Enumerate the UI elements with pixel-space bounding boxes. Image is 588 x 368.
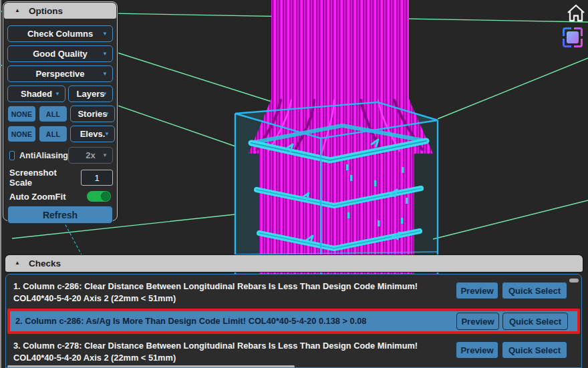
check-message-line2: COL40*40-5-4-20 Axis 2 (22mm < 51mm) (13, 352, 446, 364)
chevron-down-icon: ▼ (102, 31, 108, 37)
antialiasing-label: AntiAliasing (19, 151, 68, 160)
check-message-line1: 3. Column c-278: Clear Distance Between … (13, 340, 446, 352)
preview-button[interactable]: Preview (456, 282, 498, 299)
stories-value: Stories (78, 109, 107, 119)
elevs-none-button[interactable]: NONE (7, 126, 36, 142)
checks-panel-header[interactable]: ▲ Checks (5, 255, 583, 272)
horizontal-scrollbar-thumb[interactable] (7, 365, 295, 367)
check-message-line2: COL40*40-5-4-20 Axis 2 (22mm < 51mm) (13, 293, 446, 305)
shading-dropdown[interactable]: Shaded ▼ (7, 85, 65, 102)
screenshot-scale-input[interactable] (81, 170, 113, 186)
quick-select-button[interactable]: Quick Select (502, 282, 567, 299)
chevron-down-icon: ▼ (104, 111, 110, 117)
chevron-down-icon: ▼ (102, 91, 108, 97)
layers-value: Layers (77, 89, 105, 99)
layers-dropdown[interactable]: Layers ▼ (68, 85, 113, 102)
toggle-knob (101, 192, 110, 201)
checks-panel-title: Checks (29, 258, 61, 268)
zoom-extents-icon[interactable] (563, 27, 583, 47)
check-message-line1: 1. Column c-286: Clear Distance Between … (13, 281, 446, 293)
options-panel-title: Options (29, 6, 63, 16)
window-edge (0, 0, 1, 368)
chevron-down-icon: ▼ (102, 71, 108, 77)
chevron-down-icon: ▼ (104, 131, 110, 137)
antialiasing-level-dropdown[interactable]: 2x ▼ (68, 147, 113, 164)
antialiasing-checkbox[interactable] (9, 151, 15, 160)
quick-select-button[interactable]: Quick Select (502, 313, 568, 330)
quality-value: Good Quality (33, 49, 88, 59)
preview-button[interactable]: Preview (456, 313, 499, 330)
projection-value: Perspective (36, 69, 85, 79)
shading-value: Shaded (21, 89, 52, 99)
options-panel-header[interactable]: ▲ Options (4, 3, 116, 19)
selection-square (567, 31, 579, 43)
check-row[interactable]: 3. Column c-278: Clear Distance Between … (8, 337, 579, 365)
quality-dropdown[interactable]: Good Quality ▼ (7, 45, 113, 62)
check-row-selected[interactable]: 2. Column c-286: As/Ag Is More Than Desi… (7, 309, 580, 334)
options-panel: ▲ Options Check Columns ▼ Good Quality ▼… (3, 1, 118, 221)
home-icon[interactable] (565, 3, 587, 23)
chevron-down-icon: ▼ (102, 152, 108, 158)
elevs-all-button[interactable]: ALL (39, 126, 67, 142)
check-row[interactable]: 1. Column c-286: Clear Distance Between … (8, 278, 579, 306)
auto-zoomfit-toggle[interactable] (87, 191, 111, 202)
auto-zoomfit-label: Auto ZoomFit (7, 192, 87, 202)
stories-dropdown[interactable]: Stories ▼ (70, 106, 115, 122)
checks-list: 1. Column c-286: Clear Distance Between … (5, 274, 582, 368)
screenshot-scale-label: Screenshot Scale (7, 168, 81, 188)
check-mode-value: Check Columns (27, 29, 93, 39)
stories-all-button[interactable]: ALL (39, 106, 67, 122)
collapse-arrow-icon: ▲ (15, 260, 20, 266)
antialiasing-level-value: 2x (86, 150, 95, 160)
chevron-down-icon: ▼ (102, 51, 108, 57)
quick-select-button[interactable]: Quick Select (502, 341, 567, 359)
preview-button[interactable]: Preview (456, 341, 498, 359)
refresh-button[interactable]: Refresh (7, 206, 113, 224)
elevs-value: Elevs. (80, 129, 106, 139)
check-mode-dropdown[interactable]: Check Columns ▼ (7, 25, 113, 42)
projection-dropdown[interactable]: Perspective ▼ (7, 65, 113, 82)
check-message-line1: 2. Column c-286: As/Ag Is More Than Desi… (15, 315, 444, 327)
elevs-dropdown[interactable]: Elevs. ▼ (70, 126, 115, 142)
collapse-arrow-icon: ▲ (15, 7, 20, 13)
chevron-down-icon: ▼ (55, 91, 60, 97)
stories-none-button[interactable]: NONE (7, 106, 36, 122)
